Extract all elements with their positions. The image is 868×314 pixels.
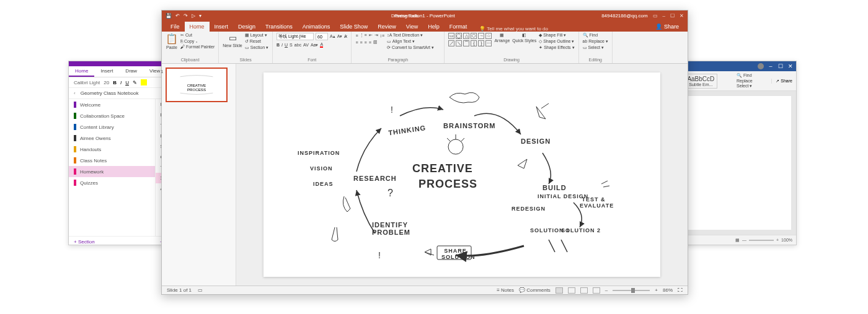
select-button[interactable]: ▭ Select ▾ bbox=[583, 45, 608, 50]
avatar-icon[interactable] bbox=[758, 63, 764, 69]
highlight-icon[interactable] bbox=[141, 79, 147, 85]
zoom-out-icon[interactable]: – bbox=[605, 287, 608, 293]
replace-button[interactable]: ab Replace ▾ bbox=[583, 39, 608, 44]
paste-button[interactable]: 📋 Paste bbox=[166, 33, 178, 50]
quick-styles-button[interactable]: ◧ Quick Styles bbox=[512, 33, 536, 43]
align-center-icon[interactable]: ≡ bbox=[360, 40, 362, 45]
tab-home[interactable]: Home bbox=[185, 22, 210, 32]
cut-button[interactable]: ✂ Cut bbox=[180, 33, 215, 38]
bold-button[interactable]: B bbox=[277, 43, 280, 47]
replace-button[interactable]: Replace bbox=[737, 79, 753, 83]
justify-icon[interactable]: ≡ bbox=[369, 40, 371, 45]
share-button[interactable]: 👤 Share bbox=[650, 22, 684, 32]
align-left-icon[interactable]: ≡ bbox=[355, 40, 358, 45]
select-button[interactable]: Select ▾ bbox=[737, 84, 753, 89]
section-button[interactable]: ▭ Section ▾ bbox=[245, 45, 268, 50]
close-icon[interactable]: ✕ bbox=[787, 63, 794, 69]
back-icon[interactable]: ‹ bbox=[74, 90, 76, 96]
tab-insert[interactable]: Insert bbox=[94, 66, 119, 77]
new-slide-button[interactable]: ▭ New Slide bbox=[223, 33, 242, 48]
zoom-value[interactable]: 100% bbox=[781, 238, 792, 242]
account-email[interactable]: 849482186@qq.com bbox=[601, 13, 647, 19]
tab-review[interactable]: Review bbox=[373, 22, 401, 32]
pencil-icon[interactable]: ✎ bbox=[133, 80, 137, 85]
view-icon[interactable]: ▦ bbox=[735, 238, 740, 243]
redo-icon[interactable]: ↷ bbox=[184, 13, 188, 19]
spacing-button[interactable]: AV bbox=[303, 43, 309, 47]
ribbon-options-icon[interactable]: ▭ bbox=[653, 13, 658, 19]
fit-to-window-icon[interactable]: ⛶ bbox=[678, 287, 683, 293]
grow-font-icon[interactable]: A▴ bbox=[330, 34, 335, 39]
comments-button[interactable]: 💬 Comments bbox=[519, 287, 551, 293]
italic-button[interactable]: I bbox=[281, 43, 283, 47]
layout-button[interactable]: ▦ Layout ▾ bbox=[245, 33, 268, 38]
tab-animations[interactable]: Animations bbox=[298, 22, 335, 32]
smartart-button[interactable]: ⟳ Convert to SmartArt ▾ bbox=[387, 45, 434, 50]
indent-left-icon[interactable]: ⇤ bbox=[369, 33, 373, 38]
zoom-value[interactable]: 86% bbox=[663, 287, 673, 293]
reading-view-icon[interactable] bbox=[580, 287, 588, 294]
notes-button[interactable]: ≡ Notes bbox=[497, 287, 514, 293]
find-button[interactable]: 🔍 Find bbox=[583, 33, 608, 38]
section-item[interactable]: Homework bbox=[69, 166, 155, 177]
shape-outline-button[interactable]: ◇ Shape Outline ▾ bbox=[539, 39, 574, 44]
tab-view[interactable]: View bbox=[401, 22, 423, 32]
shapes-gallery[interactable]: ▭◯△⬡→☆ ／＼⌒{}⋯ bbox=[448, 33, 492, 46]
maximize-icon[interactable]: ☐ bbox=[777, 63, 784, 69]
tell-me-input[interactable]: 💡 Tell me what you want to do bbox=[479, 26, 548, 32]
strike-button[interactable]: S bbox=[290, 43, 293, 47]
italic-button[interactable]: I bbox=[120, 80, 122, 85]
font-size-input[interactable] bbox=[316, 33, 328, 40]
section-item[interactable]: Handouts bbox=[69, 144, 155, 155]
tab-transitions[interactable]: Transitions bbox=[260, 22, 298, 32]
case-button[interactable]: Aa▾ bbox=[311, 43, 319, 48]
shadow-button[interactable]: abc bbox=[294, 43, 301, 47]
qat-more-icon[interactable]: ▾ bbox=[199, 13, 202, 19]
minimize-icon[interactable]: – bbox=[663, 13, 665, 19]
tab-design[interactable]: Design bbox=[233, 22, 260, 32]
tab-home[interactable]: Home bbox=[69, 66, 94, 77]
bullets-icon[interactable]: ≡ bbox=[355, 33, 358, 38]
section-item[interactable]: Content Library bbox=[69, 121, 155, 133]
section-item[interactable]: Collaboration Space bbox=[69, 110, 155, 121]
bold-button[interactable]: B bbox=[113, 80, 117, 85]
shrink-font-icon[interactable]: A▾ bbox=[337, 34, 343, 39]
find-button[interactable]: 🔍 Find bbox=[737, 73, 753, 78]
share-button[interactable]: ↗ Share bbox=[771, 79, 792, 84]
slide-thumbnail[interactable]: 1 CREATIVEPROCESS bbox=[166, 68, 228, 102]
numbering-icon[interactable]: ⋮≡ bbox=[360, 33, 366, 38]
indent-right-icon[interactable]: ⇥ bbox=[374, 33, 378, 38]
section-item[interactable]: Aimee Owens bbox=[69, 133, 155, 144]
tab-help[interactable]: Help bbox=[423, 22, 445, 32]
tab-format[interactable]: Format bbox=[445, 22, 472, 32]
reset-button[interactable]: ↺ Reset bbox=[245, 39, 268, 44]
clear-format-icon[interactable]: A̷ bbox=[344, 34, 347, 39]
minimize-icon[interactable]: – bbox=[768, 63, 774, 69]
undo-icon[interactable]: ↶ bbox=[175, 13, 180, 19]
tab-draw[interactable]: Draw bbox=[119, 66, 143, 77]
shape-effects-button[interactable]: ✦ Shape Effects ▾ bbox=[539, 45, 574, 50]
underline-button[interactable]: U bbox=[285, 43, 288, 47]
style-item[interactable]: AaBbCcDSubtle Em... bbox=[684, 74, 717, 89]
columns-icon[interactable]: ▥ bbox=[373, 40, 378, 45]
close-icon[interactable]: ✕ bbox=[680, 13, 684, 19]
start-icon[interactable]: ▷ bbox=[192, 13, 195, 19]
zoom-slider[interactable] bbox=[749, 240, 774, 241]
underline-button[interactable]: U bbox=[125, 80, 129, 85]
shape-fill-button[interactable]: ◆ Shape Fill ▾ bbox=[539, 33, 574, 38]
sorter-view-icon[interactable] bbox=[568, 287, 575, 294]
copy-button[interactable]: ⎘ Copy ▾ bbox=[180, 39, 215, 43]
font-size[interactable]: 20 bbox=[104, 80, 109, 85]
arrange-button[interactable]: ▦ Arrange bbox=[494, 33, 510, 43]
text-direction-button[interactable]: ↕A Text Direction ▾ bbox=[387, 33, 434, 38]
font-name[interactable]: Calibri Light bbox=[74, 80, 100, 85]
slide-canvas[interactable]: ? ! ! CREATIVE PROCESS THINKING BRAINSTO… bbox=[236, 64, 688, 286]
maximize-icon[interactable]: ☐ bbox=[670, 13, 675, 19]
align-text-button[interactable]: ▭ Align Text ▾ bbox=[387, 39, 434, 44]
tab-slide-show[interactable]: Slide Show bbox=[335, 22, 373, 32]
font-color-button[interactable]: A bbox=[320, 42, 323, 48]
font-name-input[interactable] bbox=[277, 33, 314, 40]
line-spacing-icon[interactable]: ↕≡ bbox=[380, 33, 385, 38]
tab-file[interactable]: File bbox=[166, 22, 185, 32]
section-item[interactable]: Quizzes bbox=[69, 177, 155, 188]
